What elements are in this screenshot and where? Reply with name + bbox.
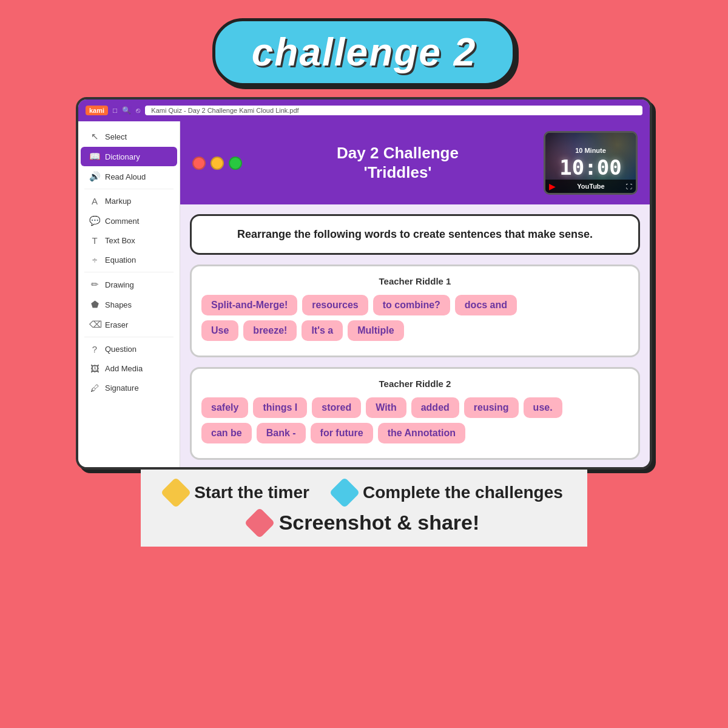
instruction-box: Rearrange the following words to create … <box>190 214 640 255</box>
start-timer-text: Start the timer <box>194 483 309 502</box>
chip-with[interactable]: With <box>366 397 406 418</box>
sidebar-item-dictionary[interactable]: 📖 Dictionary <box>81 147 177 166</box>
sidebar-item-text-box[interactable]: T Text Box <box>81 231 177 250</box>
yellow-diamond-icon <box>161 477 192 508</box>
sidebar-label-eraser: Eraser <box>105 320 128 329</box>
youtube-expand-icon: ⛶ <box>626 183 632 190</box>
shapes-icon: ⬟ <box>89 299 100 310</box>
timer-thumbnail[interactable]: 10 Minute 10:00 ▶ YouTube ⛶ <box>544 131 638 195</box>
chip-bank[interactable]: Bank - <box>257 423 306 443</box>
sidebar-label-markup: Markup <box>105 197 131 206</box>
sidebar-label-comment: Comment <box>105 217 139 226</box>
chip-multiple[interactable]: Multiple <box>348 320 403 341</box>
chip-things-i[interactable]: things I <box>253 397 307 418</box>
timer-label: 10 Minute <box>575 147 606 154</box>
start-timer-item: Start the timer <box>165 482 309 504</box>
screenshot-share-item: Screenshot & share! <box>249 511 480 534</box>
chip-stored[interactable]: stored <box>312 397 361 418</box>
sidebar-item-drawing[interactable]: ✏ Drawing <box>81 275 177 294</box>
screenshot-share-text: Screenshot & share! <box>279 511 480 534</box>
sidebar-item-comment[interactable]: 💬 Comment <box>81 211 177 231</box>
cursor-icon: ↖ <box>89 131 100 142</box>
chip-reusing[interactable]: reusing <box>464 397 519 418</box>
sidebar-divider-2 <box>84 272 174 272</box>
sidebar-label-dictionary: Dictionary <box>105 152 140 161</box>
challenge-badge-text: challenge 2 <box>252 30 477 74</box>
timer-bg: 10 Minute 10:00 ▶ YouTube ⛶ <box>545 133 636 193</box>
chip-use-period[interactable]: use. <box>524 397 562 418</box>
chip-split-merge[interactable]: Split-and-Merge! <box>201 295 297 315</box>
sidebar-label-equation: Equation <box>105 255 136 265</box>
complete-challenges-text: Complete the challenges <box>363 483 563 502</box>
chip-safely[interactable]: safely <box>201 397 248 418</box>
markup-icon: A <box>89 196 100 206</box>
chip-to-combine[interactable]: to combine? <box>373 295 450 315</box>
browser-icon-2: 🔍 <box>122 106 131 115</box>
header-title-line2: 'Triddles' <box>252 163 544 182</box>
pink-diamond-icon <box>244 507 275 538</box>
sidebar-label-text-box: Text Box <box>105 236 135 245</box>
browser-container: kami □ 🔍 ⎋ Kami Quiz - Day 2 Challenge K… <box>76 97 652 470</box>
header-title-block: Day 2 Challenge 'Triddles' <box>252 144 544 181</box>
main-content: Day 2 Challenge 'Triddles' 10 Minute 10:… <box>180 121 650 467</box>
kami-logo: kami <box>86 106 108 115</box>
chip-the-annotation[interactable]: the Annotation <box>378 423 465 443</box>
chip-resources[interactable]: resources <box>302 295 368 315</box>
browser-icon-1: □ <box>113 106 117 115</box>
riddle-1-title: Teacher Riddle 1 <box>201 276 629 286</box>
sidebar-item-markup[interactable]: A Markup <box>81 192 177 211</box>
header-title-line1: Day 2 Challenge <box>252 144 544 163</box>
riddle-1-row-2: Use breeze! It's a Multiple <box>201 320 629 341</box>
timer-youtube-bar: ▶ YouTube ⛶ <box>545 180 636 193</box>
app-layout: ↖ Select 📖 Dictionary 🔊 Read Aloud A M <box>78 121 650 467</box>
sidebar: ↖ Select 📖 Dictionary 🔊 Read Aloud A M <box>78 121 180 467</box>
sidebar-divider-3 <box>84 337 174 337</box>
close-button[interactable] <box>192 157 206 170</box>
sidebar-label-read-aloud: Read Aloud <box>105 172 146 181</box>
sidebar-item-shapes[interactable]: ⬟ Shapes <box>81 295 177 314</box>
chip-for-future[interactable]: for future <box>311 423 373 443</box>
chip-added[interactable]: added <box>411 397 459 418</box>
sidebar-item-eraser[interactable]: ⌫ Eraser <box>81 315 177 334</box>
sidebar-item-equation[interactable]: ÷ Equation <box>81 251 177 269</box>
eraser-icon: ⌫ <box>89 319 100 330</box>
chip-use[interactable]: Use <box>201 320 238 341</box>
timer-digits: 10:00 <box>559 155 621 180</box>
browser-icon-share: ⎋ <box>136 106 140 115</box>
cyan-diamond-icon <box>329 477 360 508</box>
chip-breeze[interactable]: breeze! <box>243 320 297 341</box>
dictionary-icon: 📖 <box>89 151 100 162</box>
chip-docs-and[interactable]: docs and <box>455 295 517 315</box>
minimize-button[interactable] <box>211 157 224 170</box>
riddle-2-row-2: can be Bank - for future the Annotation <box>201 423 629 443</box>
sidebar-item-select[interactable]: ↖ Select <box>81 127 177 146</box>
sidebar-item-read-aloud[interactable]: 🔊 Read Aloud <box>81 167 177 186</box>
sidebar-item-signature[interactable]: 🖊 Signature <box>81 379 177 397</box>
riddle-1-row-1: Split-and-Merge! resources to combine? d… <box>201 295 629 315</box>
chip-its-a[interactable]: It's a <box>302 320 343 341</box>
sidebar-label-signature: Signature <box>105 383 139 393</box>
sidebar-label-shapes: Shapes <box>105 300 132 309</box>
sidebar-item-question[interactable]: ? Question <box>81 340 177 359</box>
chip-can-be[interactable]: can be <box>201 423 252 443</box>
riddle-2-title: Teacher Riddle 2 <box>201 379 629 389</box>
youtube-play-icon: ▶ <box>549 181 556 191</box>
sidebar-label-drawing: Drawing <box>105 280 134 289</box>
comment-icon: 💬 <box>89 215 100 226</box>
riddle-section-1: Teacher Riddle 1 Split-and-Merge! resour… <box>190 265 640 357</box>
maximize-button[interactable] <box>229 157 242 170</box>
sidebar-label-select: Select <box>105 132 127 141</box>
instruction-text: Rearrange the following words to create … <box>237 228 593 240</box>
browser-topbar: kami □ 🔍 ⎋ Kami Quiz - Day 2 Challenge K… <box>78 99 650 121</box>
sidebar-label-question: Question <box>105 345 136 354</box>
sidebar-label-add-media: Add Media <box>105 364 143 373</box>
sidebar-item-add-media[interactable]: 🖼 Add Media <box>81 359 177 378</box>
riddle-2-row-1: safely things I stored With added reusin… <box>201 397 629 418</box>
youtube-label: YouTube <box>577 183 604 190</box>
complete-challenges-item: Complete the challenges <box>334 482 563 504</box>
outer-background: challenge 2 kami □ 🔍 ⎋ Kami Quiz - Day 2… <box>0 0 728 728</box>
content-header: Day 2 Challenge 'Triddles' 10 Minute 10:… <box>180 121 650 204</box>
sidebar-divider-1 <box>84 189 174 189</box>
text-box-icon: T <box>89 235 100 246</box>
read-aloud-icon: 🔊 <box>89 171 100 182</box>
